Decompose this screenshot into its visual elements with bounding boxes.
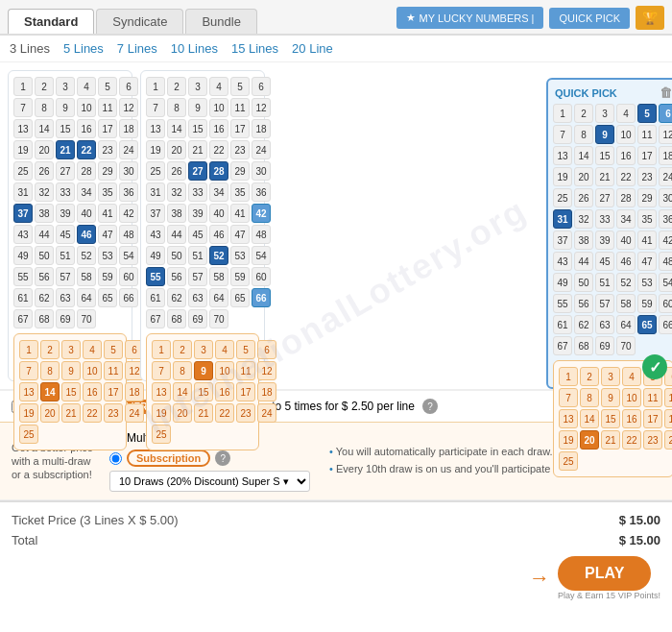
num-cell-22[interactable]: 22 bbox=[616, 167, 636, 186]
num-cell-15[interactable]: 15 bbox=[188, 119, 207, 138]
num-cell-29[interactable]: 29 bbox=[637, 188, 657, 207]
num-cell-17[interactable]: 17 bbox=[98, 119, 117, 138]
orange-cell-4[interactable]: 4 bbox=[215, 340, 234, 359]
num-cell-9[interactable]: 9 bbox=[595, 125, 614, 144]
num-cell-63[interactable]: 63 bbox=[595, 315, 614, 334]
num-cell-29[interactable]: 29 bbox=[230, 161, 250, 181]
num-cell-30[interactable]: 30 bbox=[119, 161, 138, 181]
num-cell-18[interactable]: 18 bbox=[252, 119, 271, 138]
num-cell-55[interactable]: 55 bbox=[553, 294, 572, 313]
orange-cell-13[interactable]: 13 bbox=[19, 382, 38, 401]
orange-cell-2[interactable]: 2 bbox=[173, 340, 192, 359]
num-cell-63[interactable]: 63 bbox=[188, 288, 207, 307]
num-cell-59[interactable]: 59 bbox=[230, 267, 250, 286]
num-cell-40[interactable]: 40 bbox=[616, 231, 636, 250]
num-cell-10[interactable]: 10 bbox=[77, 98, 96, 117]
tab-standard[interactable]: Standard bbox=[8, 9, 94, 34]
num-cell-20[interactable]: 20 bbox=[574, 167, 593, 186]
num-cell-12[interactable]: 12 bbox=[659, 125, 672, 144]
num-cell-36[interactable]: 36 bbox=[119, 182, 138, 202]
num-cell-14[interactable]: 14 bbox=[35, 119, 54, 138]
num-cell-45[interactable]: 45 bbox=[188, 225, 207, 244]
orange-cell-1[interactable]: 1 bbox=[152, 340, 171, 359]
orange-cell-20[interactable]: 20 bbox=[580, 430, 599, 450]
num-cell-6[interactable]: 6 bbox=[659, 104, 672, 123]
num-cell-54[interactable]: 54 bbox=[252, 246, 271, 265]
num-cell-51[interactable]: 51 bbox=[595, 273, 614, 292]
subscription-help-icon[interactable]: ? bbox=[215, 450, 230, 466]
num-cell-31[interactable]: 31 bbox=[146, 182, 165, 202]
num-cell-3[interactable]: 3 bbox=[595, 104, 614, 123]
num-cell-24[interactable]: 24 bbox=[252, 140, 271, 159]
orange-cell-22[interactable]: 22 bbox=[215, 403, 234, 423]
num-cell-46[interactable]: 46 bbox=[77, 225, 96, 244]
num-cell-15[interactable]: 15 bbox=[595, 146, 614, 165]
num-cell-27[interactable]: 27 bbox=[56, 161, 75, 181]
orange-cell-12[interactable]: 12 bbox=[257, 361, 276, 380]
num-cell-3[interactable]: 3 bbox=[188, 77, 207, 96]
orange-cell-20[interactable]: 20 bbox=[40, 403, 60, 423]
draws-select[interactable]: 10 Draws (20% Discount) Super S ▾ bbox=[109, 471, 310, 492]
num-cell-70[interactable]: 70 bbox=[616, 336, 636, 355]
num-cell-16[interactable]: 16 bbox=[209, 119, 228, 138]
orange-cell-23[interactable]: 23 bbox=[643, 430, 662, 450]
num-cell-36[interactable]: 36 bbox=[659, 209, 672, 229]
num-cell-67[interactable]: 67 bbox=[146, 309, 165, 328]
num-cell-18[interactable]: 18 bbox=[119, 119, 138, 138]
num-cell-3[interactable]: 3 bbox=[56, 77, 75, 96]
orange-cell-18[interactable]: 18 bbox=[125, 382, 144, 401]
num-cell-54[interactable]: 54 bbox=[659, 273, 672, 292]
num-cell-9[interactable]: 9 bbox=[188, 98, 207, 117]
num-cell-40[interactable]: 40 bbox=[77, 204, 96, 223]
num-cell-47[interactable]: 47 bbox=[637, 252, 657, 271]
num-cell-22[interactable]: 22 bbox=[209, 140, 228, 159]
num-cell-19[interactable]: 19 bbox=[13, 140, 33, 159]
num-cell-48[interactable]: 48 bbox=[252, 225, 271, 244]
num-cell-62[interactable]: 62 bbox=[574, 315, 593, 334]
num-cell-41[interactable]: 41 bbox=[637, 231, 657, 250]
num-cell-35[interactable]: 35 bbox=[637, 209, 657, 229]
orange-cell-20[interactable]: 20 bbox=[173, 403, 192, 423]
num-cell-50[interactable]: 50 bbox=[167, 246, 186, 265]
num-cell-53[interactable]: 53 bbox=[98, 246, 117, 265]
orange-cell-8[interactable]: 8 bbox=[40, 361, 60, 380]
num-cell-53[interactable]: 53 bbox=[637, 273, 657, 292]
num-cell-56[interactable]: 56 bbox=[35, 267, 54, 286]
num-cell-39[interactable]: 39 bbox=[188, 204, 207, 223]
15-lines-link[interactable]: 15 Lines bbox=[231, 41, 278, 56]
orange-cell-24[interactable]: 24 bbox=[664, 430, 672, 450]
num-cell-58[interactable]: 58 bbox=[209, 267, 228, 286]
orange-cell-5[interactable]: 5 bbox=[104, 340, 123, 359]
num-cell-14[interactable]: 14 bbox=[574, 146, 593, 165]
num-cell-11[interactable]: 11 bbox=[637, 125, 657, 144]
num-cell-31[interactable]: 31 bbox=[13, 182, 33, 202]
orange-cell-17[interactable]: 17 bbox=[236, 382, 255, 401]
orange-cell-17[interactable]: 17 bbox=[104, 382, 123, 401]
num-cell-20[interactable]: 20 bbox=[167, 140, 186, 159]
num-cell-52[interactable]: 52 bbox=[209, 246, 228, 265]
num-cell-16[interactable]: 16 bbox=[77, 119, 96, 138]
5-lines-link[interactable]: 5 Lines bbox=[63, 41, 104, 56]
orange-cell-11[interactable]: 11 bbox=[104, 361, 123, 380]
num-cell-52[interactable]: 52 bbox=[616, 273, 636, 292]
orange-cell-22[interactable]: 22 bbox=[83, 403, 102, 423]
num-cell-57[interactable]: 57 bbox=[595, 294, 614, 313]
orange-cell-6[interactable]: 6 bbox=[257, 340, 276, 359]
num-cell-32[interactable]: 32 bbox=[167, 182, 186, 202]
num-cell-62[interactable]: 62 bbox=[35, 288, 54, 307]
num-cell-59[interactable]: 59 bbox=[637, 294, 657, 313]
trash-icon[interactable]: 🗑 bbox=[660, 85, 672, 100]
num-cell-18[interactable]: 18 bbox=[659, 146, 672, 165]
num-cell-65[interactable]: 65 bbox=[230, 288, 250, 307]
10-lines-link[interactable]: 10 Lines bbox=[171, 41, 218, 56]
num-cell-40[interactable]: 40 bbox=[209, 204, 228, 223]
num-cell-15[interactable]: 15 bbox=[56, 119, 75, 138]
num-cell-66[interactable]: 66 bbox=[119, 288, 138, 307]
num-cell-42[interactable]: 42 bbox=[659, 231, 672, 250]
num-cell-60[interactable]: 60 bbox=[252, 267, 271, 286]
num-cell-5[interactable]: 5 bbox=[230, 77, 250, 96]
num-cell-60[interactable]: 60 bbox=[659, 294, 672, 313]
num-cell-47[interactable]: 47 bbox=[230, 225, 250, 244]
num-cell-68[interactable]: 68 bbox=[35, 309, 54, 328]
7-lines-link[interactable]: 7 Lines bbox=[117, 41, 157, 56]
